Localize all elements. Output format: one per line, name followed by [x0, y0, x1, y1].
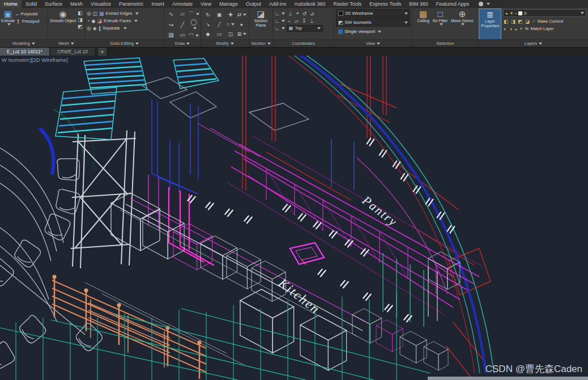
ucs-icon-toggle[interactable]: ∟	[275, 26, 285, 31]
tab-output[interactable]: Output	[242, 0, 265, 8]
layer-thaw-tool-icon[interactable]: ◒	[514, 26, 517, 32]
stretch-icon[interactable]: ↘	[206, 22, 210, 27]
move-icon[interactable]: ✚	[228, 12, 233, 18]
tab-solid[interactable]: Solid	[22, 0, 41, 8]
tab-express-tools[interactable]: Express Tools	[365, 0, 405, 8]
extract-edges-button[interactable]: ▦ Extract Edges	[99, 10, 139, 17]
layer-properties-button[interactable]: ≣ Layer Properties	[479, 9, 501, 40]
slice-icon[interactable]: ◫	[93, 11, 98, 16]
tab-home[interactable]: Home	[0, 0, 22, 8]
ucs-previous-icon[interactable]: ↺	[302, 11, 307, 16]
culling-button[interactable]: ▦ Culling	[417, 9, 429, 40]
panel-label-modeling[interactable]: Modeling	[0, 39, 48, 47]
ellipse-icon[interactable]: ◠	[189, 32, 199, 38]
ucs-z-axis-icon[interactable]: ⌐	[288, 18, 291, 24]
shell-icon[interactable]: ◎	[87, 26, 91, 31]
tab-featured-apps[interactable]: Featured Apps	[432, 0, 474, 8]
tab-insert[interactable]: Insert	[147, 0, 168, 8]
fillet-edge-icon[interactable]: ◆	[91, 18, 95, 24]
ucs-object-icon[interactable]: ↧	[302, 18, 306, 24]
drawing-canvas[interactable]: W Isometric][2D Wireframe]	[0, 56, 588, 380]
tab-surface[interactable]: Surface	[41, 0, 66, 8]
tab-view[interactable]: View	[197, 0, 215, 8]
panel-label-solid-editing[interactable]: Solid Editing	[85, 39, 164, 47]
trim-icon[interactable]: ╱	[218, 22, 220, 27]
horizontal-scrollbar[interactable]	[428, 377, 588, 380]
erase-icon[interactable]: ▭	[217, 31, 222, 37]
layer-combo[interactable]: ● ☀ ▪ 0	[503, 9, 586, 17]
copy-icon[interactable]: ▣	[217, 12, 222, 18]
no-filter-button[interactable]: □ No Filter	[433, 9, 448, 40]
ucs-named-icon[interactable]: ∟	[275, 18, 285, 24]
view-preset-combo[interactable]: ◩ SW Isometric	[336, 18, 410, 27]
layer-on-tool-icon[interactable]: ◐	[504, 26, 506, 32]
interfere-icon[interactable]: ◔	[87, 18, 90, 24]
hatch-icon[interactable]: ▨	[168, 32, 173, 38]
line-icon[interactable]: ╱	[181, 22, 184, 28]
panel-label-mesh[interactable]: Mesh	[48, 39, 84, 47]
mesh-crease-icon[interactable]: ◩	[78, 24, 83, 29]
tab-addins[interactable]: Add-ins	[265, 0, 291, 8]
layer-lock-tool-icon[interactable]: ◪	[525, 19, 530, 24]
tab-bim360[interactable]: BIM 360	[405, 0, 432, 8]
polygon-icon[interactable]: ▱	[180, 11, 185, 17]
explode-icon[interactable]: ▸	[241, 22, 244, 27]
ucs-face-icon[interactable]: ⊿	[310, 11, 314, 16]
rotate-icon[interactable]: ↻	[206, 12, 210, 18]
file-tab-inactive[interactable]: CRWE_Lot 10	[50, 48, 95, 56]
panel-label-draw[interactable]: Draw	[164, 39, 201, 47]
named-ucs-combo[interactable]: ▦ Top	[287, 25, 323, 32]
panel-label-modify[interactable]: Modify	[201, 39, 249, 47]
viewport-config-dropdown[interactable]: Single viewport	[336, 27, 410, 36]
move-gizmo-button[interactable]: ⊕ Move Gizmo	[451, 9, 473, 40]
layer-isolate-icon[interactable]: ◨	[511, 19, 516, 24]
panel-label-selection[interactable]: Selection	[412, 39, 478, 47]
ucs-world-icon[interactable]: ⊥	[288, 11, 293, 16]
layer-unlock-tool-icon[interactable]: ◓	[519, 26, 522, 32]
tab-autodesk360[interactable]: Autodesk 360	[290, 0, 329, 8]
tab-mesh[interactable]: Mesh	[66, 0, 87, 8]
make-current-button[interactable]: ✓ Make Current	[532, 18, 563, 25]
rectangle-icon[interactable]: ▭	[180, 32, 185, 38]
section-plane-button[interactable]: ◪ Section Plane	[249, 9, 272, 40]
panel-label-coordinates[interactable]: Coordinates	[273, 39, 334, 47]
tab-visualize[interactable]: Visualize	[87, 0, 115, 8]
panel-label-layers[interactable]: Layers	[479, 39, 588, 47]
ucs-3point-icon[interactable]: ⊥	[310, 18, 314, 24]
tab-annotate[interactable]: Annotate	[168, 0, 197, 8]
presspull-button[interactable]: ↥ Presspull	[16, 18, 39, 25]
ribbon-display-toggle[interactable]	[479, 0, 490, 8]
mirror-icon[interactable]: ⇄	[237, 12, 247, 18]
tab-parametric[interactable]: Parametric	[115, 0, 148, 8]
viewport-controls-label[interactable]: W Isometric][2D Wireframe]	[2, 57, 68, 63]
extrude-faces-button[interactable]: ◪ Extrude Faces	[97, 17, 138, 24]
mesh-refine-icon[interactable]: ◨	[78, 17, 83, 23]
arc-icon[interactable]: ⌒	[189, 10, 199, 18]
polyline-icon[interactable]: ↝	[169, 22, 173, 28]
circle-icon[interactable]: ◯	[188, 19, 199, 31]
offset-icon[interactable]: ◫	[228, 31, 233, 37]
file-tab-active[interactable]: E_Lot 10 14011*	[0, 48, 49, 56]
panel-label-section[interactable]: Section	[249, 39, 272, 47]
ucs-view-icon[interactable]: ▱	[295, 18, 299, 24]
separate-button[interactable]: ∥ Separate	[99, 24, 127, 32]
extrude-button[interactable]: ▣ Extrude	[1, 9, 15, 40]
fillet-icon[interactable]: ○	[227, 22, 235, 27]
layer-unisolate-icon[interactable]: ◑	[509, 26, 512, 32]
union-icon[interactable]: ⊖	[87, 11, 91, 16]
ucs-icon[interactable]: ∟	[275, 11, 285, 16]
scale-icon[interactable]: ◆	[206, 31, 210, 37]
new-drawing-tab-button[interactable]: +	[98, 48, 106, 56]
layer-freeze-icon[interactable]: ◩	[518, 19, 523, 24]
mesh-smooth-more-icon[interactable]: ◧	[78, 10, 83, 16]
panel-label-view[interactable]: View	[334, 39, 412, 47]
tab-manage[interactable]: Manage	[215, 0, 242, 8]
match-layer-button[interactable]: ⇆ Match Layer	[525, 25, 554, 32]
tab-raster-tools[interactable]: Raster Tools	[329, 0, 365, 8]
smooth-object-button[interactable]: ◉ Smooth Object	[50, 9, 76, 40]
visual-style-combo[interactable]: 2D Wireframe	[336, 9, 410, 18]
taper-faces-icon[interactable]: ◈	[93, 26, 97, 31]
polysolid-button[interactable]: ⌐ Polysolid	[16, 10, 39, 18]
array-icon[interactable]: ⊞	[237, 31, 247, 37]
ucs-origin-icon[interactable]: ⌖	[296, 10, 299, 16]
